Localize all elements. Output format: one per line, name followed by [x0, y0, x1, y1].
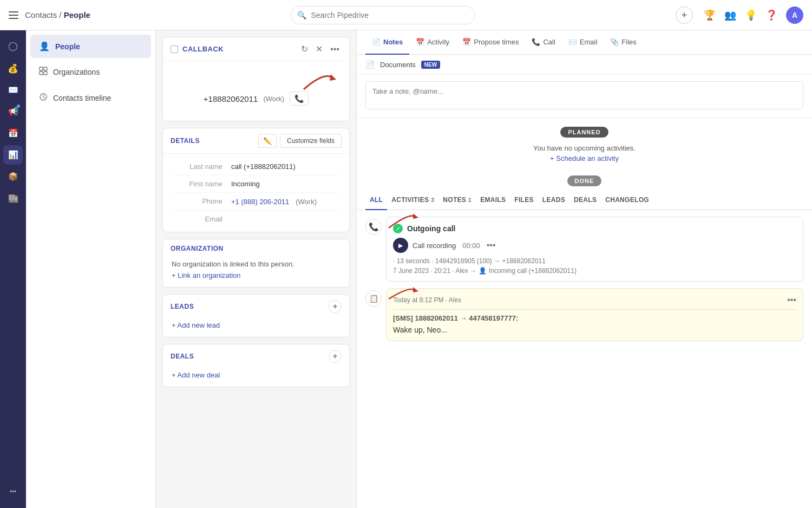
schedule-activity-link[interactable]: + Schedule an activity — [550, 154, 619, 162]
red-arrow-icon — [298, 68, 336, 95]
detail-row-email: Email — [172, 211, 340, 227]
detail-phone-type: (Work) — [296, 198, 317, 206]
detail-label-firstname: First name — [172, 180, 231, 188]
callback-refresh-btn[interactable]: ↻ — [299, 43, 310, 55]
right-body: PLANNED You have no upcoming activities.… — [357, 118, 812, 508]
callback-card: CALLBACK ↻ ✕ ••• +18882062011 — [162, 37, 350, 121]
person-icon: 👤 — [479, 267, 487, 275]
contacts-icon[interactable]: 👥 — [724, 9, 736, 21]
details-edit-btn[interactable]: ✏️ — [258, 134, 277, 148]
nav-reports[interactable]: 📊 — [3, 145, 23, 165]
note-input[interactable] — [365, 81, 803, 109]
add-button[interactable]: + — [676, 6, 693, 24]
nav-home[interactable] — [3, 37, 23, 56]
outgoing-call-float-icon[interactable]: 📞 — [365, 219, 382, 235]
phone-type: (Work) — [263, 95, 284, 103]
details-title: DETAILS — [171, 137, 200, 145]
recording-more-btn[interactable]: ••• — [487, 240, 496, 250]
done-section: DONE — [357, 171, 812, 191]
sms-more-btn[interactable]: ••• — [787, 295, 796, 305]
callback-status-indicator — [171, 45, 178, 53]
detail-label-lastname: Last name — [172, 162, 231, 171]
tab-bar: 📄 Notes 📅 Activity 📅 Propose times 📞 Cal… — [357, 30, 812, 55]
nav-deals[interactable]: 💰 — [3, 58, 23, 78]
activity-tab-icon: 📅 — [416, 38, 424, 46]
tab-call[interactable]: 📞 Call — [525, 30, 561, 55]
call-tab-icon: 📞 — [532, 38, 540, 46]
new-badge: NEW — [421, 61, 440, 69]
play-button[interactable]: ▶ — [393, 238, 408, 253]
leads-title: LEADS — [171, 303, 194, 310]
sidebar-item-organizations[interactable]: Organizations — [30, 60, 151, 84]
documents-label[interactable]: Documents — [380, 61, 416, 69]
help-icon[interactable]: ❓ — [765, 9, 777, 21]
deals-add-link[interactable]: + Add new deal — [172, 371, 220, 379]
search-input[interactable] — [291, 6, 475, 24]
callback-close-btn[interactable]: ✕ — [313, 43, 325, 55]
nav-mail[interactable]: ✉️ — [3, 80, 23, 100]
org-card-header: ORGANIZATION — [163, 239, 349, 258]
trophy-icon[interactable]: 🏆 — [704, 9, 716, 21]
tab-email[interactable]: ✉️ Email — [562, 30, 604, 55]
detail-row-phone: Phone +1 (888) 206-2011 (Work) — [172, 193, 340, 211]
svg-rect-6 — [40, 71, 43, 75]
nav-products[interactable]: 📦 — [3, 167, 23, 186]
activity-tab-changelog[interactable]: CHANGELOG — [601, 191, 653, 210]
phone-number: +18882062011 — [204, 94, 258, 103]
customize-fields-btn[interactable]: Customize fields — [280, 134, 342, 148]
svg-rect-1 — [9, 15, 18, 16]
detail-row-lastname: Last name call (+18882062011) — [172, 158, 340, 175]
breadcrumb: Contacts / People — [25, 10, 90, 19]
propose-times-tab-icon: 📅 — [462, 38, 471, 46]
notes-tab-icon: 📄 — [372, 38, 381, 46]
nav-marketplace[interactable]: 🏬 — [3, 188, 23, 208]
contacts-timeline-icon — [39, 93, 48, 103]
organizations-icon — [39, 67, 48, 77]
sms-message: Wake up, Neo... — [393, 325, 796, 334]
svg-rect-0 — [9, 11, 18, 12]
email-tab-icon: ✉️ — [568, 38, 577, 46]
right-panel: 📄 Notes 📅 Activity 📅 Propose times 📞 Cal… — [356, 30, 812, 508]
activity-tab-activities[interactable]: ACTIVITIES 3 — [387, 191, 438, 210]
leads-add-link[interactable]: + Add new lead — [172, 321, 220, 329]
sidebar-item-people[interactable]: 👤 People — [30, 35, 151, 58]
nav-campaigns[interactable]: 📢 — [3, 102, 23, 121]
activity-tab-files[interactable]: FILES — [510, 191, 538, 210]
deals-add-btn[interactable]: + — [329, 350, 342, 363]
documents-bar: 📄 Documents NEW — [357, 55, 812, 75]
activity-tab-deals[interactable]: DEALS — [569, 191, 601, 210]
svg-marker-8 — [330, 74, 336, 81]
call-details: · 13 seconds · 14842918905 (100) → +1888… — [393, 257, 796, 265]
activity-tab-emails[interactable]: EMAILS — [476, 191, 510, 210]
content-area: CALLBACK ↻ ✕ ••• +18882062011 — [156, 30, 812, 508]
svg-marker-10 — [413, 287, 418, 292]
planned-badge: PLANNED — [560, 127, 608, 138]
callback-more-btn[interactable]: ••• — [328, 43, 342, 55]
lightbulb-icon[interactable]: 💡 — [745, 9, 757, 21]
callback-title: CALLBACK — [182, 45, 224, 53]
tab-notes[interactable]: 📄 Notes — [365, 30, 409, 55]
activity-tabs: ALL ACTIVITIES 3 NOTES 1 EMAILS FILES LE… — [357, 191, 812, 210]
tab-activity[interactable]: 📅 Activity — [409, 30, 456, 55]
leads-add-btn[interactable]: + — [329, 300, 342, 313]
planned-section: PLANNED You have no upcoming activities.… — [357, 118, 812, 171]
organization-card: ORGANIZATION No organization is linked t… — [162, 239, 350, 288]
sms-float-icon[interactable]: 📋 — [365, 290, 382, 307]
activity-tab-notes[interactable]: NOTES 1 — [438, 191, 476, 210]
leads-card-header: LEADS + — [163, 295, 349, 318]
documents-icon: 📄 — [365, 60, 375, 69]
nav-calendar[interactable]: 📅 — [3, 123, 23, 143]
activity-tab-leads[interactable]: LEADS — [538, 191, 569, 210]
main-layout: 💰 ✉️ 📢 📅 📊 📦 🏬 ••• 👤 People Organization… — [0, 30, 812, 508]
tab-files[interactable]: 📎 Files — [604, 30, 643, 55]
detail-value-phone[interactable]: +1 (888) 206-2011 — [231, 198, 289, 206]
tab-propose-times[interactable]: 📅 Propose times — [456, 30, 525, 55]
nav-more[interactable]: ••• — [3, 482, 23, 502]
activity-tab-all[interactable]: ALL — [365, 191, 387, 210]
avatar[interactable]: A — [786, 6, 803, 24]
sidebar-item-contacts-timeline[interactable]: Contacts timeline — [30, 86, 151, 110]
svg-rect-5 — [44, 67, 47, 70]
details-body: Last name call (+18882062011) First name… — [163, 154, 349, 232]
menu-icon[interactable] — [9, 11, 18, 19]
org-link-btn[interactable]: + Link an organization — [172, 271, 241, 279]
